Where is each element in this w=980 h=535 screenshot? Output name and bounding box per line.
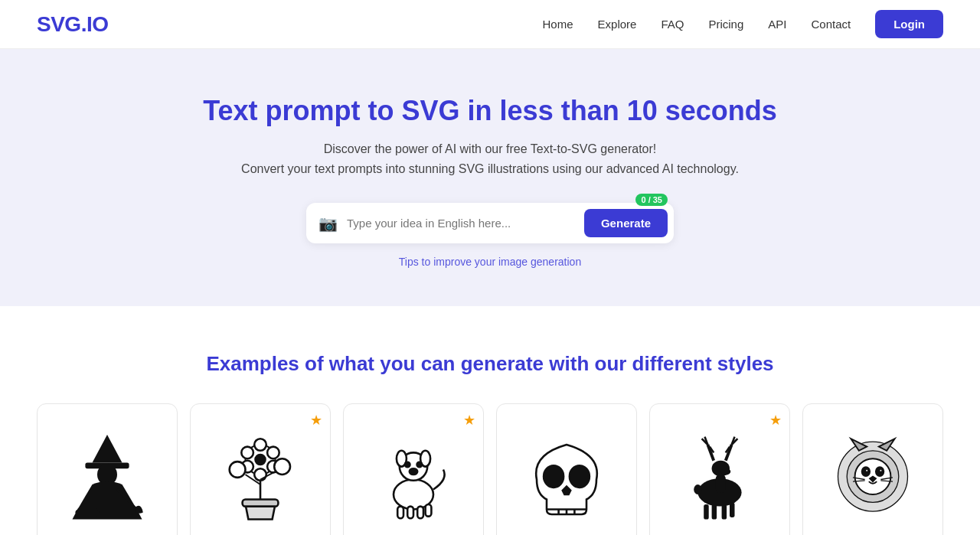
gallery-card-lion[interactable]: [802, 403, 943, 535]
svg-point-25: [405, 462, 410, 467]
search-box: 📷 0 / 35 Generate: [306, 203, 674, 243]
lion-svg: [823, 425, 923, 524]
examples-title: Examples of what you can generate with o…: [37, 352, 943, 376]
search-input[interactable]: [347, 217, 578, 230]
logo[interactable]: SVG.IO: [37, 12, 108, 37]
gallery: ★: [37, 403, 943, 535]
tips-link[interactable]: Tips to improve your image generation: [15, 256, 965, 268]
svg-rect-28: [407, 506, 413, 518]
generate-button[interactable]: Generate: [584, 209, 668, 237]
nav-api[interactable]: API: [768, 18, 786, 31]
hero-subtitle: Discover the power of AI with our free T…: [15, 139, 965, 178]
navbar: SVG.IO Home Explore FAQ Pricing API Cont…: [0, 0, 980, 49]
svg-rect-52: [730, 502, 735, 517]
camera-icon[interactable]: 📷: [318, 214, 338, 233]
hero-subtitle-line1: Discover the power of AI with our free T…: [324, 142, 657, 155]
deer-star: ★: [769, 412, 782, 429]
svg-rect-30: [426, 504, 432, 517]
gallery-card-skull[interactable]: [496, 403, 637, 535]
examples-section: Examples of what you can generate with o…: [0, 306, 980, 535]
svg-point-15: [256, 455, 266, 465]
svg-rect-49: [704, 504, 709, 520]
examples-title-highlight: styles: [717, 352, 774, 375]
svg-point-59: [865, 469, 868, 472]
login-button[interactable]: Login: [875, 10, 943, 38]
hero-title: Text prompt to SVG in less than 10 secon…: [15, 95, 965, 127]
plant-svg: [211, 425, 310, 524]
svg-rect-6: [243, 499, 279, 506]
svg-point-60: [879, 469, 882, 472]
gallery-card-plant[interactable]: ★: [190, 403, 331, 535]
svg-point-31: [544, 465, 564, 488]
dog-svg: [364, 425, 463, 524]
svg-point-14: [241, 446, 253, 458]
gallery-card-dog[interactable]: ★: [343, 403, 484, 535]
nav-home[interactable]: Home: [543, 18, 573, 31]
nav-links: Home Explore FAQ Pricing API Contact Log…: [543, 10, 943, 38]
gallery-card-deer[interactable]: ★: [649, 403, 790, 535]
dog-star: ★: [463, 412, 475, 429]
skull-svg: [517, 425, 616, 524]
svg-point-53: [694, 484, 701, 494]
svg-point-40: [720, 468, 730, 475]
svg-point-10: [267, 446, 279, 458]
svg-rect-4: [77, 507, 97, 517]
svg-rect-51: [722, 504, 727, 520]
nav-explore[interactable]: Explore: [598, 18, 637, 31]
deer-svg: [670, 425, 769, 524]
svg-point-19: [274, 458, 290, 475]
svg-point-9: [254, 439, 266, 451]
svg-rect-29: [417, 506, 423, 518]
svg-rect-27: [397, 506, 403, 518]
examples-title-plain: Examples of what you can generate with o…: [206, 352, 717, 375]
svg-point-17: [230, 462, 246, 478]
nav-contact[interactable]: Contact: [811, 18, 851, 31]
hero-section: Text prompt to SVG in less than 10 secon…: [0, 49, 980, 306]
svg-point-24: [410, 468, 417, 475]
character-counter: 0 / 35: [635, 194, 668, 206]
gallery-card-witch[interactable]: [37, 403, 178, 535]
svg-rect-38: [716, 475, 726, 492]
svg-point-32: [570, 465, 590, 488]
svg-rect-50: [712, 504, 717, 520]
plant-star: ★: [310, 412, 322, 429]
nav-pricing[interactable]: Pricing: [708, 18, 743, 31]
witch-svg: [57, 425, 157, 524]
svg-point-26: [417, 462, 423, 467]
nav-faq[interactable]: FAQ: [661, 18, 684, 31]
hero-subtitle-line2: Convert your text prompts into stunning …: [241, 162, 739, 175]
svg-marker-0: [93, 435, 122, 462]
